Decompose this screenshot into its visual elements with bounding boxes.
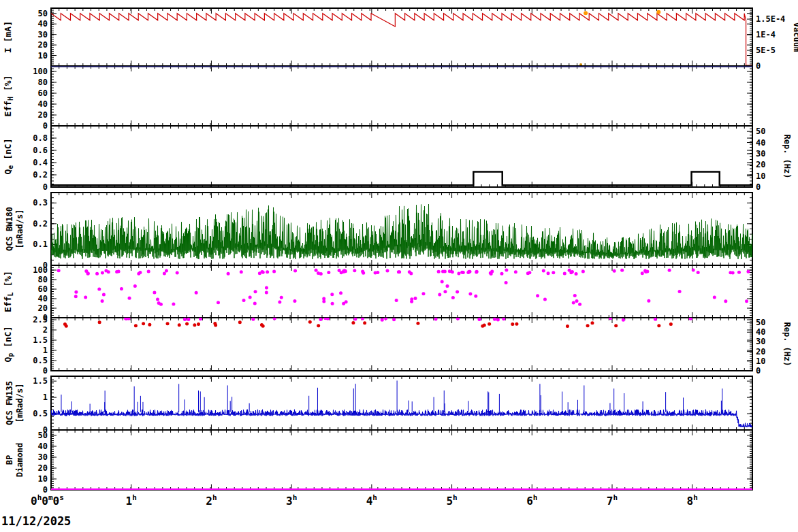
data-point [410, 300, 413, 303]
data-point [74, 290, 78, 294]
y2-tick-label: 30 [756, 149, 765, 159]
data-point [656, 10, 660, 14]
data-point [331, 302, 334, 305]
data-point [176, 271, 179, 275]
data-point [74, 295, 78, 298]
data-point [584, 11, 588, 15]
data-point [193, 323, 196, 327]
data-point [86, 272, 90, 276]
data-point [172, 303, 175, 306]
data-point [746, 270, 750, 273]
data-point [669, 322, 673, 326]
tick-marks [51, 430, 752, 490]
data-point [385, 269, 389, 272]
y-tick-label: 1.5 [33, 335, 48, 345]
data-point [528, 271, 531, 274]
panel-frame [51, 376, 752, 430]
y-tick-label: 60 [38, 88, 48, 98]
data-point [578, 303, 581, 306]
y-tick-label: 80 [38, 275, 48, 284]
data-point [443, 269, 447, 273]
qcs-bw180-series [51, 204, 753, 259]
data-point [317, 271, 320, 275]
tick-marks [51, 126, 752, 187]
data-point [466, 271, 470, 274]
data-point [613, 269, 616, 273]
data-point [120, 287, 123, 290]
data-point [327, 271, 330, 274]
data-point [421, 292, 425, 295]
y2-axis-label: Rep. (Hz) [782, 134, 792, 178]
x-tick-label: 3h [286, 493, 297, 508]
data-point [571, 270, 574, 273]
data-point [84, 295, 87, 299]
data-point [147, 269, 150, 273]
data-point [745, 299, 748, 303]
data-point [552, 271, 555, 274]
data-point [468, 292, 472, 295]
y-tick-label: 20 [38, 303, 48, 313]
data-point [536, 294, 539, 297]
data-point [514, 270, 517, 273]
data-point [493, 318, 496, 321]
y-tick-label: 1 [43, 346, 48, 355]
data-point [668, 269, 671, 272]
data-point [95, 272, 99, 276]
data-point [731, 271, 735, 274]
data-point [441, 280, 444, 284]
y-tick-label: 20 [38, 40, 48, 50]
data-point [645, 270, 649, 273]
data-point [614, 324, 618, 327]
data-point [353, 318, 357, 321]
data-point [374, 271, 377, 275]
y-tick-label: 0.6 [33, 146, 48, 155]
data-point [543, 298, 547, 301]
data-point [115, 270, 118, 273]
y2-tick-label: 10 [756, 171, 765, 181]
data-point [438, 293, 441, 296]
panel-frame [51, 430, 752, 490]
data-point [97, 287, 101, 290]
y2-tick-label: 20 [756, 160, 765, 169]
panel-eff-l: 020406080100EffL [%] [3, 265, 752, 322]
data-point [165, 269, 168, 273]
x-tick-label: 5h [446, 493, 457, 508]
data-point [293, 299, 296, 303]
data-point [713, 295, 716, 299]
data-point [340, 271, 343, 274]
data-point [381, 318, 384, 322]
y2-tick-label: 40 [756, 327, 765, 337]
data-point [475, 271, 478, 274]
y-tick-label: 0 [43, 182, 48, 192]
panel-qcs-bw180: 00.10.20.3QCS BW180[mRad/s] [5, 193, 753, 270]
data-point [505, 281, 508, 284]
data-point [253, 301, 257, 305]
data-point [63, 322, 67, 326]
data-point [102, 293, 106, 296]
data-point [416, 322, 419, 325]
data-point [315, 269, 318, 272]
data-point [392, 318, 396, 321]
y2-tick-label: 0 [756, 61, 761, 71]
data-point [362, 271, 365, 275]
data-point [178, 323, 181, 327]
accelerator-strip-chart: 102030405005E-51E-41.5E-4VacuumI [mA]020… [0, 0, 798, 532]
data-point [353, 269, 356, 272]
data-point [227, 272, 230, 276]
data-point [339, 291, 342, 295]
data-point [217, 301, 220, 304]
data-point [330, 293, 334, 296]
series-sawtooth [51, 14, 752, 65]
panel-q-e: 00.20.40.60.801020304050Rep. (Hz)Qe [nC] [3, 126, 792, 192]
y-axis-unit-label: [mRad/s] [15, 210, 25, 249]
data-point [137, 272, 140, 276]
data-point [692, 269, 695, 272]
y-tick-label: 100 [33, 265, 48, 275]
y-tick-label: 0.2 [33, 170, 48, 180]
data-point [213, 322, 217, 325]
y2-tick-label: 1.5E-4 [756, 14, 785, 24]
data-point [266, 270, 269, 273]
data-point [409, 272, 413, 276]
y-axis-label: QCS BW180 [5, 207, 14, 251]
y-tick-label: 0 [43, 485, 48, 495]
